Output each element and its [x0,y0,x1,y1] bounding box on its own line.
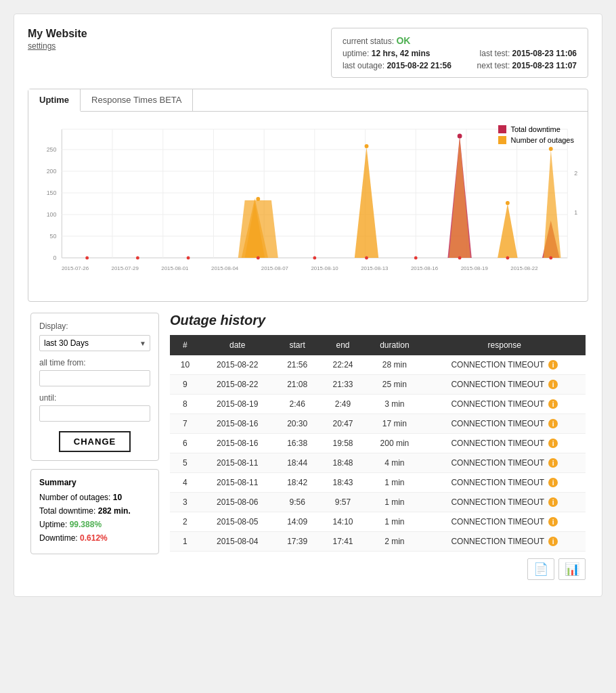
svg-point-44 [313,256,316,260]
page-container: My Website settings current status: OK u… [14,14,602,597]
info-icon[interactable]: i [548,497,558,507]
svg-marker-38 [544,150,561,258]
outage-history-title: Outage history [170,313,586,328]
export-xls-button[interactable]: 📊 [558,558,586,580]
status-current-row: current status: OK [343,35,577,46]
xls-icon: 📊 [565,562,579,576]
svg-point-36 [506,201,510,205]
col-header-end: end [320,335,366,355]
period-select-wrapper: last 7 Days last 30 Days last 60 Days la… [39,335,150,351]
svg-text:150: 150 [47,189,57,196]
status-uptime-row: uptime: 12 hrs, 42 mins last test: 2015-… [343,49,577,58]
legend-num-outages: Number of outages [498,136,574,144]
summary-downtime-pct-label: Downtime: [39,533,78,543]
chart-legend: Total downtime Number of outages [498,125,574,144]
summary-downtime-value: 282 min. [98,506,131,516]
cell-num: 10 [170,355,200,375]
cell-date: 2015-08-22 [200,375,275,395]
info-icon[interactable]: i [548,537,558,546]
svg-text:200: 200 [47,168,57,175]
cell-response: CONNECTION TIMEOUT i [424,453,586,473]
legend-label-outages: Number of outages [510,136,574,144]
settings-link[interactable]: settings [28,41,87,51]
right-panel: Outage history # date start end duration… [170,313,586,583]
info-icon[interactable]: i [548,419,558,428]
cell-response: CONNECTION TIMEOUT i [424,434,586,453]
col-header-duration: duration [366,335,423,355]
cell-response: CONNECTION TIMEOUT i [424,532,586,552]
info-icon[interactable]: i [548,380,558,389]
response-text: CONNECTION TIMEOUT [451,458,544,468]
cell-num: 5 [170,453,200,473]
export-pdf-button[interactable]: 📄 [527,558,554,580]
all-time-from-input[interactable] [39,370,150,386]
svg-point-39 [549,147,553,151]
current-status-label: current status: [343,37,394,46]
info-icon[interactable]: i [548,360,558,370]
cell-end: 18:48 [320,453,366,473]
table-row: 10 2015-08-22 21:56 22:24 28 min CONNECT… [170,355,586,375]
cell-date: 2015-08-06 [200,493,275,512]
svg-text:100: 100 [47,211,57,218]
info-icon[interactable]: i [548,478,558,487]
tab-uptime[interactable]: Uptime [28,89,81,112]
cell-response: CONNECTION TIMEOUT i [424,375,586,395]
cell-num: 9 [170,375,200,395]
cell-start: 16:38 [275,434,320,453]
cell-duration: 1 min [366,512,423,532]
table-row: 1 2015-08-04 17:39 17:41 2 min CONNECTIO… [170,532,586,552]
svg-text:2015-08-13: 2015-08-13 [361,265,389,271]
cell-start: 21:08 [275,375,320,395]
last-test-value: 2015-08-23 11:06 [512,49,577,58]
svg-point-34 [458,134,462,139]
cell-response: CONNECTION TIMEOUT i [424,395,586,414]
cell-start: 14:09 [275,512,320,532]
cell-num: 6 [170,434,200,453]
cell-duration: 25 min [366,375,423,395]
response-text: CONNECTION TIMEOUT [451,497,544,507]
svg-point-45 [365,256,368,260]
info-icon[interactable]: i [548,458,558,468]
cell-date: 2015-08-11 [200,453,275,473]
svg-text:2015-08-07: 2015-08-07 [261,265,288,271]
cell-response: CONNECTION TIMEOUT i [424,414,586,434]
svg-text:2: 2 [574,170,577,177]
response-cell: CONNECTION TIMEOUT i [431,360,579,370]
summary-uptime-label: Uptime: [39,520,67,529]
table-row: 6 2015-08-16 16:38 19:58 200 min CONNECT… [170,434,586,453]
response-text: CONNECTION TIMEOUT [451,380,544,389]
tab-response-times[interactable]: Response Times BETA [81,89,193,111]
cell-end: 9:57 [320,493,366,512]
cell-date: 2015-08-19 [200,395,275,414]
table-header-row: # date start end duration response [170,335,586,355]
svg-point-47 [458,256,462,260]
status-outage-row: last outage: 2015-08-22 21:56 next test:… [343,61,577,70]
cell-end: 18:43 [320,473,366,493]
table-row: 9 2015-08-22 21:08 21:33 25 min CONNECTI… [170,375,586,395]
response-text: CONNECTION TIMEOUT [451,399,544,409]
svg-text:2015-08-19: 2015-08-19 [461,265,489,271]
response-cell: CONNECTION TIMEOUT i [431,458,579,468]
summary-outages-value: 10 [113,493,122,502]
change-button[interactable]: CHANGE [59,431,131,452]
chart-svg: 0 50 100 150 200 250 2 1 [35,122,581,285]
next-test-label: next test: [477,61,510,70]
svg-marker-33 [449,137,470,258]
svg-point-48 [506,256,509,260]
cell-num: 7 [170,414,200,434]
info-icon[interactable]: i [548,517,558,527]
cell-date: 2015-08-22 [200,355,275,375]
cell-start: 20:30 [275,414,320,434]
period-select[interactable]: last 7 Days last 30 Days last 60 Days la… [39,335,150,351]
main-content: Display: last 7 Days last 30 Days last 6… [28,313,588,583]
info-icon[interactable]: i [548,439,558,448]
info-icon[interactable]: i [548,399,558,409]
cell-num: 8 [170,395,200,414]
cell-response: CONNECTION TIMEOUT i [424,355,586,375]
until-input[interactable] [39,405,150,422]
display-section: Display: last 7 Days last 30 Days last 6… [30,313,159,461]
site-info: My Website settings [28,28,87,51]
svg-text:2015-08-10: 2015-08-10 [311,265,338,271]
cell-response: CONNECTION TIMEOUT i [424,493,586,512]
cell-end: 21:33 [320,375,366,395]
